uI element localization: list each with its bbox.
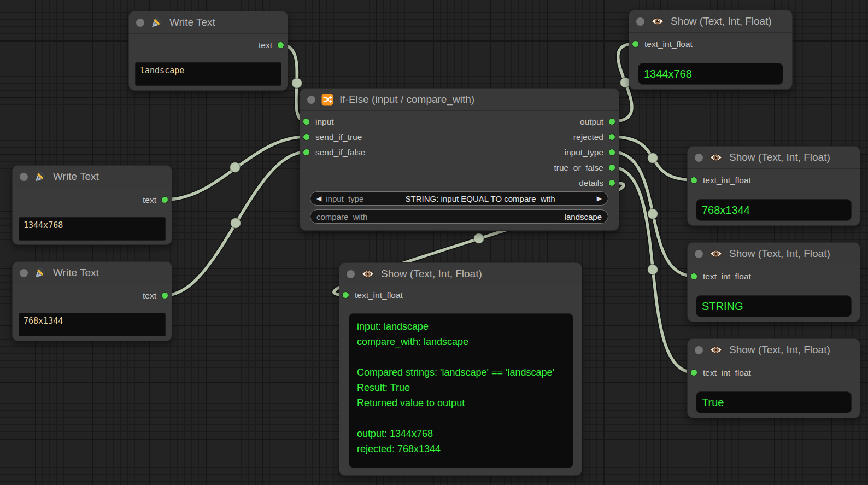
node-title: Show (Text, Int, Float) <box>729 151 830 163</box>
link-midpoint-dot[interactable] <box>648 209 658 219</box>
collapse-toggle[interactable] <box>20 269 28 277</box>
input-port-text-int-float[interactable] <box>342 291 349 299</box>
input-label-text-int-float: text_int_float <box>703 367 751 378</box>
text-widget-label: compare_with <box>316 212 367 221</box>
input-port-text-int-float[interactable] <box>690 177 697 184</box>
input-port-input[interactable] <box>303 118 310 125</box>
node-show-1344x768[interactable]: Show (Text, Int, Float) text_int_float 1… <box>629 10 793 90</box>
node-title: Write Text <box>169 16 215 28</box>
node-title: If-Else (input / compare_with) <box>339 94 474 106</box>
node-title: Show (Text, Int, Float) <box>729 344 830 356</box>
node-title-bar[interactable]: Show (Text, Int, Float) <box>629 10 792 33</box>
input-label-send-if-true: send_if_true <box>315 132 362 143</box>
output-label-text: text <box>259 40 272 51</box>
input-label-text-int-float: text_int_float <box>355 290 403 301</box>
output-label-text: text <box>143 290 156 301</box>
show-value-display[interactable]: 1344x768 <box>638 63 783 85</box>
collapse-toggle[interactable] <box>347 270 355 278</box>
shuffle-icon <box>321 94 333 106</box>
show-value-display[interactable]: 768x1344 <box>696 199 852 221</box>
node-write-text-1344x768[interactable]: Write Text text 1344x768 <box>12 165 172 245</box>
node-title: Show (Text, Int, Float) <box>729 248 830 260</box>
node-title-bar[interactable]: Show (Text, Int, Float) <box>688 339 860 361</box>
node-show-details[interactable]: Show (Text, Int, Float) text_int_float i… <box>339 262 582 476</box>
node-title-bar[interactable]: If-Else (input / compare_with) <box>300 89 619 111</box>
link-midpoint-dot[interactable] <box>292 78 302 89</box>
text-widget-value: landscape <box>565 212 602 221</box>
node-write-text-landscape[interactable]: Write Text text landscape <box>128 11 288 91</box>
input-port-text-int-float[interactable] <box>690 369 697 376</box>
output-label-rejected: rejected <box>573 132 603 143</box>
node-title: Write Text <box>53 171 99 183</box>
output-label-input-type: input_type <box>564 147 603 158</box>
collapse-toggle[interactable] <box>695 154 703 162</box>
combo-right-arrow-icon[interactable]: ▶ <box>597 191 602 206</box>
output-label-details: details <box>579 178 603 189</box>
input-label-text-int-float: text_int_float <box>703 175 751 186</box>
show-details-display[interactable]: input: landscape compare_with: landscape… <box>349 313 573 468</box>
node-write-text-768x1344[interactable]: Write Text text 768x1344 <box>12 261 172 341</box>
output-port-text[interactable] <box>277 42 284 49</box>
output-label-true-or-false: true_or_false <box>554 162 603 173</box>
pen-icon <box>34 266 47 279</box>
pen-icon <box>150 16 163 29</box>
text-value-textarea[interactable]: 768x1344 <box>19 313 166 336</box>
node-title-bar[interactable]: Show (Text, Int, Float) <box>688 243 860 265</box>
show-value-display[interactable]: STRING <box>696 295 852 317</box>
output-port-text[interactable] <box>161 196 168 203</box>
text-value-textarea[interactable]: landscape <box>135 62 281 86</box>
node-title-bar[interactable]: Write Text <box>129 11 288 34</box>
collapse-toggle[interactable] <box>695 250 703 258</box>
node-title: Show (Text, Int, Float) <box>671 15 772 27</box>
link-midpoint-dot[interactable] <box>648 153 658 163</box>
input-label-text-int-float: text_int_float <box>703 271 751 282</box>
text-value-textarea[interactable]: 1344x768 <box>19 217 166 241</box>
node-title: Write Text <box>53 267 99 279</box>
pen-icon <box>34 170 47 183</box>
combo-label: input_type <box>326 194 363 203</box>
input-label-text-int-float: text_int_float <box>644 39 693 50</box>
node-show-string[interactable]: Show (Text, Int, Float) text_int_float S… <box>687 242 860 322</box>
node-title: Show (Text, Int, Float) <box>381 268 482 280</box>
input-port-send-if-false[interactable] <box>303 149 310 156</box>
eye-icon <box>650 16 665 26</box>
collapse-toggle[interactable] <box>307 96 315 104</box>
link-midpoint-dot[interactable] <box>230 162 241 173</box>
eye-icon <box>709 345 723 355</box>
input-port-send-if-true[interactable] <box>303 133 310 141</box>
input-label-send-if-false: send_if_false <box>315 147 365 158</box>
input-label-input: input <box>315 116 334 127</box>
output-port-rejected[interactable] <box>608 133 615 141</box>
node-if-else[interactable]: If-Else (input / compare_with) input sen… <box>300 88 619 231</box>
input-port-text-int-float[interactable] <box>632 40 639 48</box>
collapse-toggle[interactable] <box>636 17 644 26</box>
link-midpoint-dot[interactable] <box>648 265 658 275</box>
show-value-display[interactable]: True <box>696 391 852 413</box>
compare-with-text-widget[interactable]: compare_with landscape <box>310 209 608 224</box>
link-midpoint-dot[interactable] <box>231 218 241 229</box>
output-port-input-type[interactable] <box>608 149 615 156</box>
eye-icon <box>361 269 375 279</box>
eye-icon <box>709 249 723 259</box>
output-label-output: output <box>580 116 603 127</box>
output-label-text: text <box>143 195 156 206</box>
node-title-bar[interactable]: Show (Text, Int, Float) <box>688 147 860 169</box>
combo-left-arrow-icon[interactable]: ◀ <box>316 191 321 206</box>
combo-value: STRING: input EQUAL TO compare_with <box>368 194 592 203</box>
node-title-bar[interactable]: Write Text <box>13 262 172 284</box>
node-show-true[interactable]: Show (Text, Int, Float) text_int_float T… <box>687 338 860 418</box>
collapse-toggle[interactable] <box>695 346 703 354</box>
eye-icon <box>709 153 723 162</box>
output-port-text[interactable] <box>161 292 168 299</box>
output-port-details[interactable] <box>608 179 615 186</box>
collapse-toggle[interactable] <box>136 19 144 27</box>
output-port-output[interactable] <box>608 118 615 125</box>
collapse-toggle[interactable] <box>20 173 28 181</box>
node-show-768x1344[interactable]: Show (Text, Int, Float) text_int_float 7… <box>687 146 860 226</box>
node-title-bar[interactable]: Show (Text, Int, Float) <box>339 263 582 285</box>
input-type-combo-widget[interactable]: ◀ input_type STRING: input EQUAL TO comp… <box>310 191 608 206</box>
input-port-text-int-float[interactable] <box>690 273 697 280</box>
node-title-bar[interactable]: Write Text <box>13 166 172 188</box>
output-port-true-or-false[interactable] <box>608 164 615 171</box>
link-midpoint-dot[interactable] <box>474 233 484 244</box>
